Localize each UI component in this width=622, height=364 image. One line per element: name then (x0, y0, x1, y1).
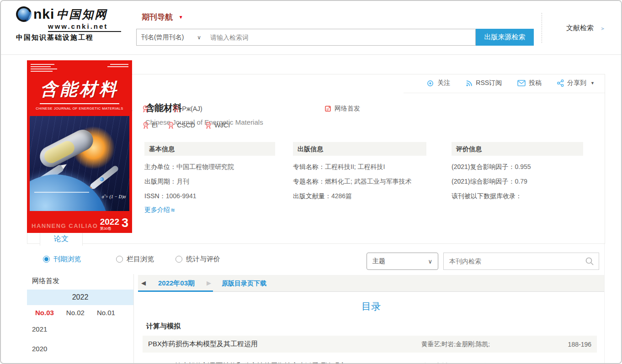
magnifier-icon[interactable] (585, 257, 594, 266)
previous-issue-arrow[interactable]: ◀ (141, 280, 146, 286)
radio-column-browse[interactable]: 栏目浏览 (116, 255, 154, 264)
wave-down-icon: ≋ (170, 207, 175, 213)
info-row: (2021)综合影响因子：0.79 (452, 178, 583, 185)
badge-jst: JST (142, 105, 163, 113)
publication-info-column: 出版信息 专辑名称：工程科技II; 工程科技I 专题名称：燃料化工; 武器工业与… (293, 142, 426, 200)
sidebar-issue-no02[interactable]: No.02 (66, 309, 85, 317)
info-label: 该刊被以下数据库收录： (452, 192, 522, 200)
eye-icon (426, 80, 434, 87)
cnki-logo-top: nki 中国知网 (16, 6, 130, 22)
cover-meta-lines-right (107, 64, 128, 67)
tab-papers[interactable]: 论文 (40, 233, 83, 246)
search-field-value: 主题 (372, 257, 385, 265)
current-issue-tab[interactable]: 2022年03期 (149, 279, 204, 288)
badge-label: EI (152, 121, 158, 129)
cover-masthead-english: CHINESE JOURNAL OF ENERGETIC MATERIALS (27, 106, 132, 111)
sidebar-year-2020[interactable]: 2020 (32, 345, 47, 353)
active-issue-underline (138, 290, 213, 292)
basic-info-column: 基本信息 主办单位：中国工程物理研究院 出版周期：月刊 ISSN：1006-99… (144, 142, 275, 214)
medal-icon (168, 121, 174, 129)
info-label: 专题名称： (293, 178, 325, 185)
info-value: 工程科技II; 工程科技I (325, 163, 385, 170)
journal-navigation-menu[interactable]: 期刊导航 ▼ (142, 12, 183, 22)
original-toc-download-link[interactable]: 原版目录页下载 (222, 280, 266, 288)
logo-chinese-text: 中国知网 (56, 7, 107, 22)
basic-info-header: 基本信息 (144, 142, 275, 156)
actions-separator (404, 93, 605, 93)
cover-year: 2022 (100, 217, 119, 226)
share-label: 分享到 (567, 79, 586, 87)
article-authors: 黄垂艺;时岩;金朋刚;陈凯; (421, 340, 553, 348)
search-category-select[interactable]: 刊名(曾用刊名) ∨ (136, 29, 206, 46)
in-journal-search-input[interactable] (444, 253, 599, 269)
info-row: 专辑名称：工程科技II; 工程科技I (293, 163, 426, 170)
search-category-value: 刊名(曾用刊名) (141, 33, 184, 42)
article-pages: 188-196 (553, 341, 597, 348)
envelope-icon (517, 80, 526, 86)
literature-search-label: 文献检索 (566, 24, 594, 32)
info-label: (2021)复合影响因子： (452, 163, 515, 170)
badge-label: WJCI (214, 121, 230, 129)
cover-issue-block: 2022 第30卷 3 (100, 217, 128, 231)
logo-url: www.cnki.net (48, 22, 121, 32)
chevron-right-icon: ＞ (600, 26, 605, 31)
submit-manuscript-button[interactable]: 投稿 (517, 79, 542, 87)
radio-issue-browse[interactable]: 刊期浏览 (43, 255, 81, 264)
sidebar-online-first[interactable]: 网络首发 (32, 277, 59, 285)
cover-masthead: 含能材料 (27, 78, 132, 101)
journal-actions-bar: 关注 RSS订阅 投稿 (426, 79, 595, 87)
info-label: 出版文献量： (293, 192, 331, 200)
info-value: 0.79 (515, 178, 527, 185)
radio-statistics-evaluation[interactable]: 统计与评价 (175, 255, 220, 264)
radio-selected-icon (43, 256, 50, 263)
more-introduction-link[interactable]: 更多介绍≋ (144, 206, 275, 214)
chevron-down-icon: ∨ (428, 258, 432, 265)
info-value: 燃料化工; 武器工业与军事技术 (325, 178, 412, 185)
toc-section-title: 计算与模拟 (146, 322, 181, 331)
article-title-link[interactable]: PBX炸药损伤本构模型及其工程运用 (148, 340, 421, 348)
radio-unselected-icon (175, 256, 182, 263)
info-value: 中国工程物理研究院 (176, 163, 234, 170)
badge-cscd: CSCD (168, 121, 195, 129)
search-field-select[interactable]: 主题 ∨ (367, 253, 438, 270)
follow-button[interactable]: 关注 (426, 79, 450, 87)
badge-ei: EI (143, 121, 158, 129)
info-row: 出版周期：月刊 (144, 178, 275, 185)
publication-source-search-button[interactable]: 出版来源检索 (476, 29, 534, 46)
info-value: 1006-9941 (166, 192, 197, 200)
chevron-down-icon: ∨ (197, 34, 201, 41)
sidebar-year-2022[interactable]: 2022 (27, 290, 133, 305)
share-button[interactable]: 分享到 ▼ (557, 79, 595, 87)
submit-label: 投稿 (529, 79, 542, 87)
sidebar-year-2021[interactable]: 2021 (32, 325, 47, 333)
content-right-border (604, 244, 605, 363)
info-row: 主办单位：中国工程物理研究院 (144, 163, 275, 170)
rss-label: RSS订阅 (476, 79, 502, 87)
badge-label: JST (151, 105, 163, 112)
source-search-input[interactable] (206, 29, 476, 46)
logo-nki-text: nki (33, 7, 54, 21)
red-triangle-down-icon: ▼ (179, 15, 183, 20)
literature-search-link[interactable]: 文献检索 ＞ (566, 24, 605, 32)
next-issue-arrow[interactable]: ▶ (207, 280, 211, 286)
top-header: nki 中国知网 www.cnki.net 中国知识基础设施工程 期刊导航 ▼ … (1, 1, 621, 55)
sidebar-issue-list: No.03 No.02 No.01 (27, 305, 133, 320)
rss-subscribe-button[interactable]: RSS订阅 (466, 79, 502, 87)
info-label: 专辑名称： (293, 163, 325, 170)
article-title-link[interactable]: Al/Fe₂O₃纳米铝热剂界面结构和稳定性的周期性密度泛函理论研究 (148, 362, 421, 364)
info-label: 出版周期： (144, 178, 176, 185)
info-value: 0.955 (515, 163, 531, 170)
online-first-icon (325, 106, 331, 112)
header-divider (542, 13, 542, 43)
follow-label: 关注 (437, 79, 450, 87)
cover-caption-line (34, 192, 89, 193)
radio-unselected-icon (116, 256, 123, 263)
info-row: (2021)复合影响因子：0.955 (452, 163, 583, 170)
sidebar-issue-no01[interactable]: No.01 (97, 309, 115, 317)
cnki-logo[interactable]: nki 中国知网 www.cnki.net 中国知识基础设施工程 (16, 6, 130, 42)
radio-label: 栏目浏览 (127, 255, 154, 264)
sidebar-issue-no03[interactable]: No.03 (35, 309, 54, 317)
badge-paj: Pж(AJ) (173, 105, 202, 113)
radio-label: 统计与评价 (186, 255, 220, 264)
info-label: ISSN： (144, 192, 166, 200)
